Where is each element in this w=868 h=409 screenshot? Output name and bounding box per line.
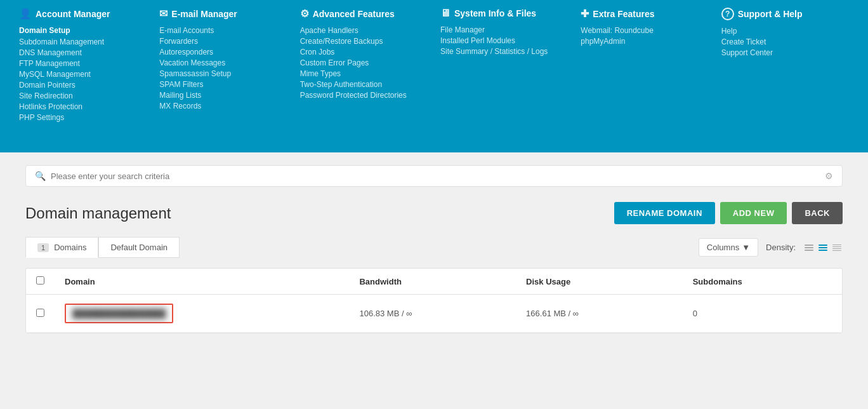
table-header-disk-usage: Disk Usage bbox=[516, 269, 683, 295]
create-restore-backups-link[interactable]: Create/Restore Backups bbox=[300, 37, 428, 46]
nav-section-extra-features: ✚ Extra Features Webmail: Roundcube phpM… bbox=[574, 0, 714, 55]
domains-badge: 1 bbox=[37, 243, 49, 252]
search-icon: 🔍 bbox=[35, 171, 46, 181]
domain-setup-header: Domain Setup bbox=[19, 26, 147, 35]
tabs-row: 1 Domains Default Domain Columns ▼ Densi… bbox=[25, 237, 843, 258]
cron-jobs-link[interactable]: Cron Jobs bbox=[300, 48, 428, 57]
advanced-features-icon: ⚙ bbox=[300, 8, 309, 20]
columns-dropdown[interactable]: Columns ▼ bbox=[699, 238, 758, 257]
page-title: Domain management bbox=[25, 204, 171, 222]
main-content: 🔍 ⚙ Domain management RENAME DOMAIN ADD … bbox=[0, 152, 868, 346]
nav-title-system-info[interactable]: 🖥 System Info & Files bbox=[440, 8, 568, 19]
account-manager-icon: 👤 bbox=[19, 8, 32, 20]
add-new-button[interactable]: ADD NEW bbox=[720, 202, 787, 224]
subdomain-management-link[interactable]: Subdomain Management bbox=[19, 37, 147, 46]
tab-domains-label: Domains bbox=[54, 243, 86, 252]
table-row: ████████████████ 106.83 MB / ∞ 166.61 MB… bbox=[26, 295, 842, 333]
site-redirection-link[interactable]: Site Redirection bbox=[19, 91, 147, 100]
forwarders-link[interactable]: Forwarders bbox=[159, 37, 287, 46]
nav-title-advanced-features[interactable]: ⚙ Advanced Features bbox=[300, 8, 428, 20]
nav-section-system-info: 🖥 System Info & Files File Manager Insta… bbox=[434, 0, 574, 65]
nav-title-account-manager[interactable]: 👤 Account Manager bbox=[19, 8, 147, 20]
system-info-icon: 🖥 bbox=[440, 8, 450, 19]
apache-handlers-link[interactable]: Apache Handlers bbox=[300, 26, 428, 35]
nav-section-advanced-features: ⚙ Advanced Features Apache Handlers Crea… bbox=[294, 0, 434, 109]
webmail-roundcube-link[interactable]: Webmail: Roundcube bbox=[581, 26, 708, 35]
top-navigation: 👤 Account Manager Domain Setup Subdomain… bbox=[0, 0, 868, 152]
tab-default-domain-label: Default Domain bbox=[110, 243, 168, 252]
support-center-link[interactable]: Support Center bbox=[721, 48, 849, 57]
support-help-icon: ? bbox=[721, 8, 734, 20]
system-info-links: File Manager Installed Perl Modules Site… bbox=[440, 25, 568, 56]
perl-modules-link[interactable]: Installed Perl Modules bbox=[440, 36, 568, 45]
help-link[interactable]: Help bbox=[721, 27, 849, 36]
custom-error-pages-link[interactable]: Custom Error Pages bbox=[300, 58, 428, 67]
subdomains-cell: 0 bbox=[683, 295, 842, 333]
domain-value: ████████████████ bbox=[72, 309, 166, 318]
nav-title-email-manager[interactable]: ✉ E-mail Manager bbox=[159, 8, 287, 20]
dns-management-link[interactable]: DNS Management bbox=[19, 48, 147, 57]
domain-table-container: Domain Bandwidth Disk Usage Subdomains █… bbox=[25, 268, 843, 333]
php-settings-link[interactable]: PHP Settings bbox=[19, 113, 147, 122]
select-all-checkbox[interactable] bbox=[36, 276, 44, 285]
search-bar: 🔍 ⚙ bbox=[25, 165, 843, 187]
email-accounts-link[interactable]: E-mail Accounts bbox=[159, 26, 287, 35]
rename-domain-button[interactable]: RENAME DOMAIN bbox=[614, 202, 715, 224]
mx-records-link[interactable]: MX Records bbox=[159, 102, 287, 111]
density-list-icon[interactable] bbox=[803, 242, 815, 253]
tab-default-domain[interactable]: Default Domain bbox=[98, 237, 180, 258]
search-settings-icon[interactable]: ⚙ bbox=[825, 171, 833, 181]
mime-types-link[interactable]: Mime Types bbox=[300, 69, 428, 78]
advanced-features-links: Apache Handlers Create/Restore Backups C… bbox=[300, 26, 428, 100]
account-manager-links: Domain Setup Subdomain Management DNS Ma… bbox=[19, 26, 147, 122]
support-help-links: Help Create Ticket Support Center bbox=[721, 27, 849, 57]
tabs-right: Columns ▼ Density: bbox=[699, 238, 843, 257]
email-manager-links: E-mail Accounts Forwarders Autoresponder… bbox=[159, 26, 287, 111]
password-protected-dirs-link[interactable]: Password Protected Directories bbox=[300, 91, 428, 100]
mailing-lists-link[interactable]: Mailing Lists bbox=[159, 91, 287, 100]
domain-table: Domain Bandwidth Disk Usage Subdomains █… bbox=[26, 269, 842, 333]
back-button[interactable]: BACK bbox=[792, 202, 843, 224]
file-manager-link[interactable]: File Manager bbox=[440, 25, 568, 34]
domain-highlighted[interactable]: ████████████████ bbox=[65, 304, 173, 323]
spam-filters-link[interactable]: SPAM Filters bbox=[159, 80, 287, 89]
ftp-management-link[interactable]: FTP Management bbox=[19, 59, 147, 68]
density-compact-icon[interactable] bbox=[831, 242, 843, 253]
create-ticket-link[interactable]: Create Ticket bbox=[721, 37, 849, 46]
spamassassin-link[interactable]: Spamassassin Setup bbox=[159, 69, 287, 78]
table-header-bandwidth: Bandwidth bbox=[349, 269, 516, 295]
extra-features-links: Webmail: Roundcube phpMyAdmin bbox=[581, 26, 708, 46]
tab-domains[interactable]: 1 Domains bbox=[25, 237, 98, 258]
row-checkbox-cell bbox=[26, 295, 55, 333]
vacation-messages-link[interactable]: Vacation Messages bbox=[159, 58, 287, 67]
density-columns-icon[interactable] bbox=[817, 242, 829, 253]
table-header-checkbox bbox=[26, 269, 55, 295]
domain-cell[interactable]: ████████████████ bbox=[55, 295, 349, 333]
columns-dropdown-arrow: ▼ bbox=[742, 243, 750, 252]
row-checkbox[interactable] bbox=[36, 309, 44, 317]
autoresponders-link[interactable]: Autoresponders bbox=[159, 48, 287, 57]
hotlinks-protection-link[interactable]: Hotlinks Protection bbox=[19, 102, 147, 111]
tabs-left: 1 Domains Default Domain bbox=[25, 237, 180, 258]
density-label: Density: bbox=[766, 243, 796, 252]
disk-usage-cell: 166.61 MB / ∞ bbox=[516, 295, 683, 333]
nav-section-email-manager: ✉ E-mail Manager E-mail Accounts Forward… bbox=[153, 0, 293, 120]
email-manager-icon: ✉ bbox=[159, 8, 168, 20]
header-buttons: RENAME DOMAIN ADD NEW BACK bbox=[614, 202, 843, 224]
nav-title-extra-features[interactable]: ✚ Extra Features bbox=[581, 8, 708, 20]
nav-title-support-help[interactable]: ? Support & Help bbox=[721, 8, 849, 20]
nav-section-account-manager: 👤 Account Manager Domain Setup Subdomain… bbox=[13, 0, 153, 131]
bandwidth-cell: 106.83 MB / ∞ bbox=[349, 295, 516, 333]
extra-features-icon: ✚ bbox=[581, 8, 589, 20]
table-header-subdomains: Subdomains bbox=[683, 269, 842, 295]
table-header-domain: Domain bbox=[55, 269, 349, 295]
domain-pointers-link[interactable]: Domain Pointers bbox=[19, 81, 147, 90]
density-icons bbox=[803, 242, 843, 253]
search-input[interactable] bbox=[51, 171, 825, 181]
page-header: Domain management RENAME DOMAIN ADD NEW … bbox=[25, 202, 843, 224]
nav-section-support-help: ? Support & Help Help Create Ticket Supp… bbox=[715, 0, 855, 67]
phpmyadmin-link[interactable]: phpMyAdmin bbox=[581, 37, 708, 46]
site-summary-link[interactable]: Site Summary / Statistics / Logs bbox=[440, 47, 568, 56]
mysql-management-link[interactable]: MySQL Management bbox=[19, 70, 147, 79]
two-step-auth-link[interactable]: Two-Step Authentication bbox=[300, 80, 428, 89]
